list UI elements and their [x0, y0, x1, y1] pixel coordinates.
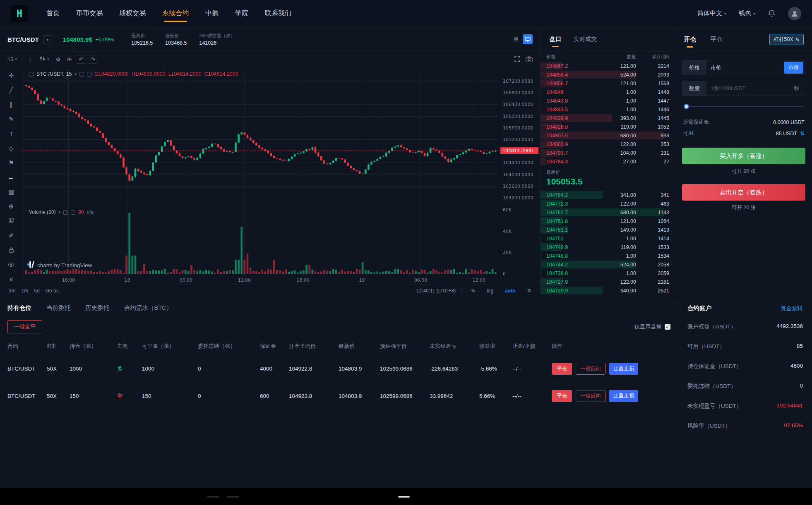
- pair-selector-chevron-icon[interactable]: ▾: [43, 35, 52, 43]
- orderbook-bid-row[interactable]: 104725.9340.002521: [541, 286, 675, 295]
- legend-eye-icon[interactable]: [63, 210, 68, 215]
- lock-icon[interactable]: [5, 245, 17, 256]
- orderbook-ask-row[interactable]: 104843.81.001447: [541, 96, 675, 105]
- theme-screen-icon[interactable]: [523, 34, 533, 44]
- language-selector[interactable]: 简体中文 ▾: [697, 10, 726, 17]
- only-current-checkbox[interactable]: ✓: [665, 324, 670, 330]
- zoom-icon[interactable]: ⊕: [5, 201, 17, 212]
- transfer-link[interactable]: 资金划转: [781, 305, 803, 312]
- orderbook-bid-row[interactable]: 104762.7680.001143: [541, 208, 675, 217]
- slider-knob[interactable]: [684, 104, 689, 109]
- brush-icon[interactable]: ✎: [5, 114, 17, 124]
- orderbook-bid-row[interactable]: 104738.81.002059: [541, 269, 675, 278]
- orderbook-ask-row[interactable]: 104858.4524.002093: [541, 70, 675, 79]
- orderbook-ask-row[interactable]: 104867.2121.002214: [541, 62, 675, 70]
- orderbook-bid-row[interactable]: 104784.2341.00341: [541, 191, 675, 199]
- market-price-button[interactable]: 市价: [784, 62, 803, 74]
- settings-gear-icon[interactable]: ⚙: [524, 288, 534, 294]
- orderbook-bid-row[interactable]: 104751.1149.001413: [541, 225, 675, 234]
- theme-dark-label[interactable]: 黑: [513, 36, 519, 43]
- log-scale-button[interactable]: log: [484, 288, 496, 294]
- snapshot-camera-icon[interactable]: [526, 56, 533, 62]
- orderbook-bid-row[interactable]: 1047511.001414: [541, 234, 675, 243]
- interval-selector[interactable]: 15 ▾: [4, 55, 20, 64]
- nav-item-永续合约[interactable]: 永续合约: [162, 0, 189, 27]
- orderbook-ask-row[interactable]: 104843.51.001446: [541, 105, 675, 114]
- nav-item-联系我们[interactable]: 联系我们: [265, 0, 291, 27]
- legend-eye-icon[interactable]: [79, 72, 84, 77]
- tab-盘口[interactable]: 盘口: [550, 36, 561, 43]
- trendline-icon[interactable]: ╱: [5, 85, 17, 96]
- brand-logo[interactable]: H: [11, 5, 28, 22]
- range-1m[interactable]: 1m: [19, 288, 31, 294]
- orderbook-bid-row[interactable]: 104761.8121.001264: [541, 217, 675, 225]
- user-avatar[interactable]: [788, 7, 801, 20]
- legend-symbol[interactable]: BTC /USDT, 15: [36, 71, 72, 77]
- nav-item-学院[interactable]: 学院: [235, 0, 248, 27]
- pattern-icon[interactable]: ◇: [5, 143, 17, 154]
- orderbook-ask-row[interactable]: 104829.9393.001445: [541, 114, 675, 122]
- transfer-swap-icon[interactable]: ⇅: [800, 131, 805, 136]
- chart-type-selector[interactable]: ▾: [36, 54, 53, 65]
- buy-long-button[interactable]: 买入开多（看涨）: [682, 148, 805, 164]
- chevron-down-icon[interactable]: ▾: [59, 210, 61, 214]
- auto-scale-button[interactable]: auto: [502, 288, 518, 294]
- edit-icon[interactable]: ✐: [5, 230, 17, 241]
- close-all-button[interactable]: 一键全平: [7, 320, 42, 333]
- tab-持有仓位[interactable]: 持有仓位: [7, 304, 31, 312]
- chevron-down-icon[interactable]: ∨: [5, 274, 17, 285]
- orderbook-ask-row[interactable]: 104784.327.0027: [541, 157, 675, 166]
- tab-实时成交[interactable]: 实时成交: [574, 36, 597, 43]
- price-input[interactable]: [706, 65, 782, 71]
- kebab-menu-icon[interactable]: ⋮: [24, 55, 36, 64]
- sell-short-button[interactable]: 卖出开空（看跌）: [682, 184, 805, 201]
- nav-item-首页[interactable]: 首页: [46, 0, 60, 27]
- eye-icon[interactable]: [5, 259, 17, 270]
- notifications-bell-icon[interactable]: [768, 10, 776, 17]
- bars-pattern-icon[interactable]: ▦: [5, 187, 17, 197]
- close-position-button[interactable]: 平仓: [552, 363, 572, 375]
- orderbook-bid-row[interactable]: 104744.2524.002058: [541, 260, 675, 269]
- indicator-settings-icon[interactable]: ⚙: [53, 55, 64, 64]
- tab-平仓[interactable]: 平仓: [710, 36, 723, 43]
- range-5d[interactable]: 5d: [31, 288, 42, 294]
- legend-settings-icon[interactable]: [87, 72, 91, 77]
- leverage-chip[interactable]: 杠杆50X✎: [769, 34, 804, 45]
- tab-合约流水（BTC）[interactable]: 合约流水（BTC）: [124, 304, 172, 312]
- nav-item-申购[interactable]: 申购: [205, 0, 219, 27]
- magnet-icon[interactable]: [5, 215, 17, 226]
- orderbook-ask-row[interactable]: 104807.5680.00933: [541, 131, 675, 140]
- range-3m[interactable]: 3m: [6, 288, 19, 294]
- tpsl-button[interactable]: 止盈止损: [609, 390, 638, 402]
- tab-当前委托[interactable]: 当前委托: [46, 304, 70, 312]
- orderbook-ask-row[interactable]: 1048461.001448: [541, 88, 675, 96]
- orderbook-bid-row[interactable]: 104772.3122.00463: [541, 199, 675, 208]
- range-Go to...[interactable]: Go to...: [43, 288, 65, 294]
- chevron-down-icon[interactable]: ▾: [74, 72, 77, 76]
- arrow-left-icon[interactable]: ←: [5, 172, 17, 183]
- clock[interactable]: 12:40:11 (UTC+8): [416, 288, 456, 294]
- wallet-menu[interactable]: 钱包 ▾: [739, 10, 755, 17]
- reverse-position-button[interactable]: 一键反向: [576, 363, 605, 375]
- legend-settings-icon[interactable]: [71, 210, 75, 215]
- nav-item-期权交易[interactable]: 期权交易: [119, 0, 146, 27]
- crosshair-icon[interactable]: ✛: [5, 70, 17, 81]
- orderbook-bid-row[interactable]: 104727.9122.002181: [541, 278, 675, 286]
- undo-button[interactable]: ↶: [76, 55, 86, 64]
- orderbook-ask-row[interactable]: 104803.9122.00253: [541, 140, 675, 148]
- tradingview-attribution[interactable]: charts by TradingView: [27, 261, 92, 269]
- redo-button[interactable]: ↷: [88, 55, 98, 64]
- forecast-icon[interactable]: ⚑: [5, 158, 17, 168]
- tab-历史委托[interactable]: 历史委托: [85, 304, 109, 312]
- candlestick-chart-canvas[interactable]: [23, 67, 540, 285]
- fullscreen-icon[interactable]: [514, 56, 521, 62]
- tpsl-button[interactable]: 止盈止损: [609, 363, 638, 375]
- nav-item-币币交易[interactable]: 币币交易: [76, 0, 103, 27]
- compare-icon[interactable]: ⊞: [64, 55, 75, 64]
- reverse-position-button[interactable]: 一键反向: [576, 390, 605, 402]
- channels-icon[interactable]: ∥: [5, 99, 17, 110]
- orderbook-ask-row[interactable]: 104826.8119.001052: [541, 122, 675, 131]
- volume-legend-title[interactable]: Volume (20): [29, 209, 56, 215]
- only-current-toggle[interactable]: 仅显示当前 ✓: [634, 323, 670, 330]
- tab-开仓[interactable]: 开仓: [684, 36, 696, 43]
